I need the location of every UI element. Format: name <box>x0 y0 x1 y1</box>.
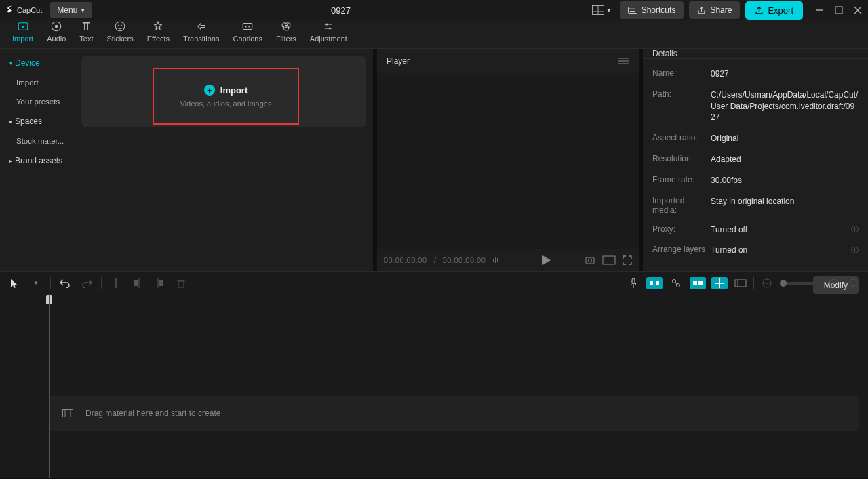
sidebar-item-presets[interactable]: Your presets <box>0 92 75 111</box>
menu-button[interactable]: Menu ▼ <box>50 2 92 18</box>
svg-rect-27 <box>493 259 494 262</box>
tab-label: Import <box>12 35 33 43</box>
dropzone-text: Drag material here and start to create <box>85 409 220 418</box>
captions-icon <box>241 20 254 33</box>
import-label: Import <box>220 85 248 96</box>
tab-label: Captions <box>233 35 262 43</box>
chevron-down-icon: ▼ <box>606 7 612 14</box>
player-viewport[interactable] <box>377 73 639 249</box>
layout-icon <box>592 5 604 15</box>
detail-fps-value: 30.00fps <box>711 175 859 186</box>
detail-name-value: 0927 <box>711 68 859 80</box>
sidebar-item-import[interactable]: Import <box>0 73 75 92</box>
track-toggle-4[interactable] <box>711 277 728 289</box>
cursor-tool[interactable] <box>7 276 22 291</box>
svg-point-6 <box>633 8 634 9</box>
detail-res-label: Resolution: <box>652 154 711 165</box>
tab-audio[interactable]: Audio <box>40 18 73 48</box>
split-tool[interactable] <box>108 276 123 291</box>
minimize-button[interactable] <box>815 5 825 15</box>
redo-button[interactable] <box>79 276 94 291</box>
info-icon[interactable]: ⓘ <box>851 245 859 255</box>
svg-rect-47 <box>698 281 703 285</box>
menu-icon[interactable] <box>618 57 629 65</box>
export-button[interactable]: Export <box>745 1 803 20</box>
tab-text[interactable]: Text <box>73 18 100 48</box>
tab-captions[interactable]: Captions <box>226 18 269 48</box>
sidebar-item-brand[interactable]: ▸Brand assets <box>0 150 75 171</box>
delete-tool[interactable] <box>174 276 189 291</box>
delete-left-tool[interactable] <box>130 276 145 291</box>
tab-label: Effects <box>147 35 170 43</box>
track-toggle-2[interactable] <box>668 277 684 289</box>
mic-button[interactable] <box>626 276 641 291</box>
snapshot-icon[interactable] <box>585 255 595 266</box>
maximize-button[interactable] <box>834 5 844 15</box>
svg-point-44 <box>677 283 680 287</box>
svg-point-22 <box>326 24 328 26</box>
shortcuts-button[interactable]: Shortcuts <box>620 1 684 19</box>
chevron-right-icon: ▸ <box>9 158 12 164</box>
import-icon <box>17 20 29 33</box>
svg-rect-3 <box>628 7 637 14</box>
tab-stickers[interactable]: Stickers <box>100 18 140 48</box>
svg-rect-59 <box>63 410 73 417</box>
share-button[interactable]: Share <box>689 1 740 19</box>
transitions-icon <box>195 20 208 33</box>
sidebar-item-spaces[interactable]: ▸Spaces <box>0 111 75 131</box>
track-toggle-1[interactable] <box>646 277 663 289</box>
timeline-dropzone[interactable]: Drag material here and start to create <box>50 396 859 431</box>
plus-icon: + <box>204 85 215 96</box>
svg-rect-34 <box>134 280 138 286</box>
undo-button[interactable] <box>58 276 73 291</box>
menu-label: Menu <box>57 5 77 15</box>
svg-line-58 <box>856 285 858 287</box>
sidebar-item-device[interactable]: ▾Device <box>0 53 75 73</box>
tab-filters[interactable]: Filters <box>269 18 303 48</box>
layout-button[interactable]: ▼ <box>589 3 614 18</box>
fullscreen-icon[interactable] <box>623 255 632 265</box>
tab-label: Filters <box>276 35 296 43</box>
tab-transitions[interactable]: Transitions <box>176 18 226 48</box>
info-icon[interactable]: ⓘ <box>851 224 859 234</box>
chevron-down-icon: ▾ <box>9 60 12 66</box>
import-dropzone[interactable]: + Import Videos, audios, and images <box>153 68 299 125</box>
sidebar-item-label: Import <box>16 79 39 87</box>
chevron-down-icon: ▼ <box>80 7 85 14</box>
sidebar-item-stock[interactable]: Stock mater... <box>0 131 75 150</box>
preview-toggle[interactable] <box>733 276 748 291</box>
text-icon <box>80 20 92 33</box>
details-title: Details <box>643 49 868 59</box>
zoom-slider[interactable] <box>780 282 821 285</box>
svg-point-14 <box>55 25 58 28</box>
zoom-out[interactable] <box>760 276 774 291</box>
tab-label: Text <box>79 35 93 43</box>
timeline[interactable]: Drag material here and start to create <box>0 294 868 478</box>
player-title: Player <box>387 56 410 66</box>
close-button[interactable] <box>853 5 863 15</box>
tab-effects[interactable]: Effects <box>140 18 176 48</box>
project-title: 0927 <box>92 5 589 16</box>
time-sep: / <box>434 256 436 264</box>
audio-icon <box>50 20 62 33</box>
track-toggle-3[interactable] <box>690 277 706 289</box>
tab-adjustment[interactable]: Adjustment <box>303 18 354 48</box>
player-panel: Player 00:00:00:00 / 00:00:00:00 <box>377 49 639 271</box>
zoom-in[interactable] <box>826 276 841 291</box>
export-icon <box>755 6 764 15</box>
zoom-fit[interactable] <box>846 276 861 291</box>
tab-import[interactable]: Import <box>5 18 40 48</box>
delete-right-tool[interactable] <box>152 276 167 291</box>
volume-icon[interactable] <box>492 257 502 264</box>
svg-rect-18 <box>243 24 252 30</box>
svg-point-23 <box>329 28 331 30</box>
cursor-dropdown[interactable]: ▼ <box>28 276 43 291</box>
sidebar-item-label: Stock mater... <box>16 137 64 145</box>
svg-point-15 <box>115 22 125 31</box>
detail-media-label: Imported media: <box>652 196 711 215</box>
import-subtext: Videos, audios, and images <box>180 100 272 108</box>
play-button[interactable] <box>542 255 551 265</box>
ratio-icon[interactable] <box>602 255 616 265</box>
svg-rect-38 <box>178 281 184 287</box>
svg-rect-40 <box>632 278 635 284</box>
